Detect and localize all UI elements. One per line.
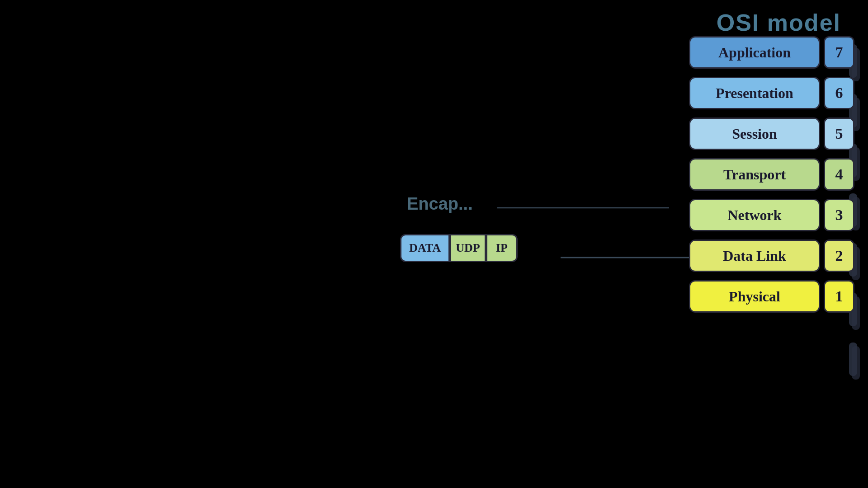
physical-layer-box: Physical <box>689 280 820 313</box>
svg-rect-13 <box>849 343 857 376</box>
network-layer-number: 3 <box>824 199 854 231</box>
udp-packet: UDP <box>450 234 486 262</box>
network-layer-box: Network <box>689 199 820 231</box>
session-layer-box: Session <box>689 117 820 150</box>
datalink-layer-number: 2 <box>824 239 854 272</box>
presentation-layer-box: Presentation <box>689 77 820 109</box>
transport-layer-number: 4 <box>824 158 854 191</box>
datalink-layer-label: Data Link <box>723 248 786 264</box>
encapsulation-label: Encap... <box>407 194 473 214</box>
layer-row-transport: Transport 4 <box>656 158 854 191</box>
session-layer-label: Session <box>732 126 777 142</box>
presentation-layer-label: Presentation <box>716 85 793 102</box>
physical-layer-label: Physical <box>729 288 780 305</box>
datalink-layer-box: Data Link <box>689 239 820 272</box>
session-layer-number: 5 <box>824 117 854 150</box>
network-layer-label: Network <box>727 207 781 224</box>
packets-area: DATA UDP IP <box>400 234 518 262</box>
svg-rect-14 <box>852 346 860 380</box>
data-packet: DATA <box>400 234 450 262</box>
layer-row-presentation: Presentation 6 <box>656 77 854 109</box>
application-layer-number: 7 <box>824 36 854 69</box>
osi-diagram: OSI model Encap... <box>326 0 868 488</box>
physical-layer-number: 1 <box>824 280 854 313</box>
transport-layer-label: Transport <box>723 166 786 183</box>
page-title: OSI model <box>717 9 841 36</box>
presentation-layer-number: 6 <box>824 77 854 109</box>
layer-row-datalink: Data Link 2 <box>656 239 854 272</box>
application-layer-label: Application <box>718 44 791 61</box>
layer-row-session: Session 5 <box>656 117 854 150</box>
layer-row-physical: Physical 1 <box>656 280 854 313</box>
application-layer-box: Application <box>689 36 820 69</box>
ip-packet: IP <box>486 234 518 262</box>
transport-layer-box: Transport <box>689 158 820 191</box>
layer-row-network: Network 3 <box>656 199 854 231</box>
layer-row-application: Application 7 <box>656 36 854 69</box>
layers-area: Application 7 Presentation 6 Session 5 <box>656 36 854 321</box>
